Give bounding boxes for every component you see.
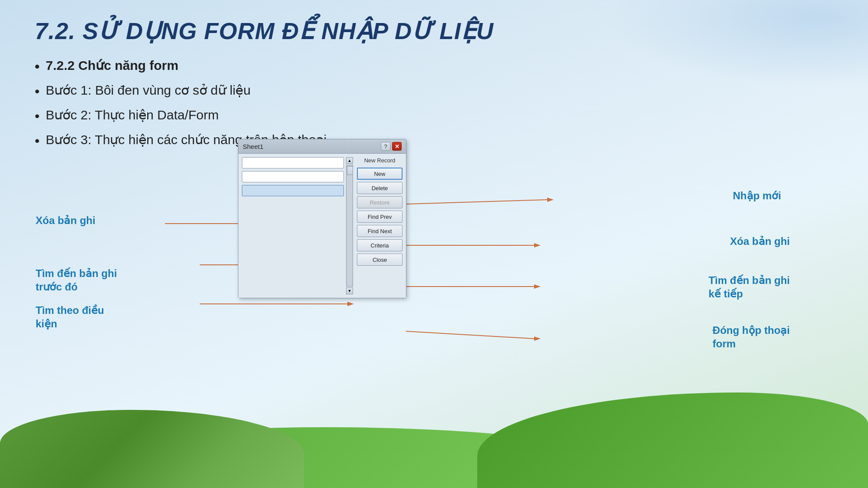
field-spacer <box>242 199 344 294</box>
find-next-button[interactable]: Find Next <box>357 225 403 237</box>
annotation-xoa-ban-ghi-right: Xóa bản ghi <box>730 234 790 248</box>
field-row-1 <box>242 157 344 168</box>
scrollbar: ▲ ▼ <box>346 157 353 294</box>
delete-button[interactable]: Delete <box>357 182 403 194</box>
bullet-item-1: 7.2.2 Chức năng form <box>35 58 833 75</box>
bullet-item-4: Bước 3: Thực hiện các chức năng trên hộp… <box>35 132 833 149</box>
dialog-body: ▲ ▼ New Record New Delete Restore Find P… <box>238 154 406 298</box>
fields-area: ▲ ▼ <box>242 157 353 294</box>
dialog-controls: ? ✕ <box>381 142 402 151</box>
bullet-item-3: Bước 2: Thực hiện Data/Form <box>35 107 833 124</box>
criteria-button[interactable]: Criteria <box>357 239 403 251</box>
new-button[interactable]: New <box>357 168 403 180</box>
close-icon-button[interactable]: ✕ <box>392 142 402 151</box>
annotation-tim-den-ke-tiep: Tìm đến bản ghi kế tiếp <box>709 274 790 300</box>
annotation-tim-theo-dieu-kien: Tìm theo điều kiện <box>36 290 104 331</box>
annotation-tim-den-truoc: Tìm đến bản ghi trước đó <box>36 253 117 294</box>
bullet-list: 7.2.2 Chức năng form Bước 1: Bôi đen vùn… <box>35 58 833 149</box>
field-input-2[interactable] <box>242 171 344 182</box>
dialog-buttons: New Record New Delete Restore Find Prev … <box>357 157 403 294</box>
close-button[interactable]: Close <box>357 254 403 266</box>
scroll-down-button[interactable]: ▼ <box>346 287 353 294</box>
annotation-nhap-moi: Nhập mới <box>733 189 781 202</box>
scroll-thumb[interactable] <box>347 166 353 175</box>
restore-button[interactable]: Restore <box>357 196 403 208</box>
dialog-box: Sheet1 ? ✕ ▲ <box>238 139 406 298</box>
page-title: 7.2. SỬ DỤNG FORM ĐỂ NHẬP DỮ LIỆU <box>35 17 833 45</box>
annotation-dong-hop-thoai: Đóng hộp thoại form <box>713 323 790 350</box>
annotation-xoa-ban-ghi-left: Xóa bản ghi <box>36 214 96 227</box>
scroll-up-button[interactable]: ▲ <box>346 157 353 164</box>
new-record-label: New Record <box>357 157 403 164</box>
help-button[interactable]: ? <box>381 142 390 151</box>
find-prev-button[interactable]: Find Prev <box>357 211 403 223</box>
field-row-3 <box>242 185 344 196</box>
dialog-titlebar: Sheet1 ? ✕ <box>238 139 406 154</box>
field-row-2 <box>242 171 344 182</box>
dialog-title: Sheet1 <box>243 143 264 150</box>
scroll-track <box>346 165 353 287</box>
field-input-1[interactable] <box>242 157 344 168</box>
dialog-fields <box>242 157 344 294</box>
bullet-item-2: Bước 1: Bôi đen vùng cơ sở dữ liệu <box>35 82 833 99</box>
field-input-3[interactable] <box>242 185 344 196</box>
